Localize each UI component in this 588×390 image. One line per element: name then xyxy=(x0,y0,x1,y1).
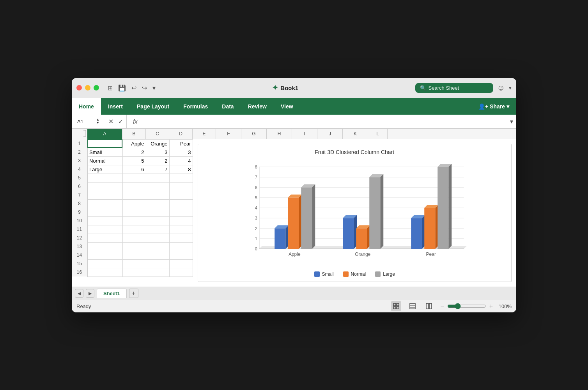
table-cell[interactable] xyxy=(87,208,122,216)
share-button[interactable]: 👤+ Share ▾ xyxy=(471,98,516,115)
table-cell[interactable] xyxy=(146,199,169,208)
table-cell[interactable] xyxy=(87,268,122,277)
dropdown-icon[interactable]: ▾ xyxy=(152,84,156,92)
table-cell[interactable] xyxy=(122,199,146,208)
table-cell[interactable] xyxy=(146,251,169,259)
tab-view[interactable]: View xyxy=(274,98,300,115)
maximize-button[interactable] xyxy=(94,85,99,90)
table-cell[interactable] xyxy=(122,242,146,251)
table-cell[interactable] xyxy=(87,259,122,268)
tab-formulas[interactable]: Formulas xyxy=(176,98,215,115)
table-cell[interactable] xyxy=(87,242,122,251)
table-cell[interactable]: Large xyxy=(87,165,122,174)
table-cell[interactable] xyxy=(169,174,193,182)
table-cell[interactable]: Normal xyxy=(87,156,122,165)
table-cell[interactable] xyxy=(122,251,146,259)
table-cell[interactable] xyxy=(146,174,169,182)
table-cell[interactable] xyxy=(122,191,146,199)
table-cell[interactable] xyxy=(87,191,122,199)
table-cell[interactable] xyxy=(146,216,169,225)
table-cell[interactable] xyxy=(169,234,193,242)
sheet-tab-1[interactable]: Sheet1 xyxy=(97,289,127,298)
col-header-C[interactable]: C xyxy=(146,129,169,139)
table-cell[interactable] xyxy=(122,259,146,268)
col-header-I[interactable]: I xyxy=(292,129,317,139)
table-cell[interactable] xyxy=(87,251,122,259)
profile-dropdown-icon[interactable]: ▾ xyxy=(509,85,512,91)
table-cell[interactable]: 7 xyxy=(146,165,169,174)
layout-icon[interactable]: ⊞ xyxy=(108,84,113,92)
col-header-B[interactable]: B xyxy=(122,129,146,139)
table-cell[interactable]: 3 xyxy=(169,148,193,156)
table-cell[interactable]: Small xyxy=(87,148,122,156)
page-layout-view-button[interactable] xyxy=(407,301,418,311)
minimize-button[interactable] xyxy=(85,85,90,90)
table-cell[interactable]: 4 xyxy=(169,156,193,165)
next-sheet-button[interactable]: ▶ xyxy=(86,289,94,298)
undo-icon[interactable]: ↩ xyxy=(131,84,136,92)
table-cell[interactable] xyxy=(146,259,169,268)
col-header-F[interactable]: F xyxy=(216,129,241,139)
table-cell[interactable] xyxy=(122,268,146,277)
chart-frame[interactable]: Fruit 3D Clustered Column Chart 01234567… xyxy=(198,144,512,282)
tab-page-layout[interactable]: Page Layout xyxy=(130,98,176,115)
close-button[interactable] xyxy=(76,85,82,90)
table-cell[interactable] xyxy=(169,242,193,251)
table-cell[interactable] xyxy=(122,225,146,234)
redo-icon[interactable]: ↪ xyxy=(142,84,147,92)
table-cell[interactable] xyxy=(87,225,122,234)
col-header-D[interactable]: D xyxy=(169,129,193,139)
tab-insert[interactable]: Insert xyxy=(101,98,130,115)
table-cell[interactable] xyxy=(146,182,169,191)
table-cell[interactable] xyxy=(146,191,169,199)
table-cell[interactable]: Apple xyxy=(122,139,146,148)
table-cell[interactable]: 6 xyxy=(122,165,146,174)
search-box[interactable]: 🔍 Search Sheet xyxy=(415,83,493,93)
table-cell[interactable] xyxy=(122,174,146,182)
cell-ref-arrows[interactable]: ▲ ▼ xyxy=(96,118,99,124)
table-cell[interactable] xyxy=(122,216,146,225)
table-cell[interactable] xyxy=(169,199,193,208)
table-cell[interactable]: Orange xyxy=(146,139,169,148)
table-cell[interactable] xyxy=(146,208,169,216)
profile-icon[interactable]: ☺ xyxy=(497,83,505,92)
table-cell[interactable] xyxy=(169,251,193,259)
table-cell[interactable] xyxy=(146,225,169,234)
table-cell[interactable] xyxy=(122,182,146,191)
col-header-J[interactable]: J xyxy=(317,129,343,139)
table-cell[interactable] xyxy=(87,216,122,225)
zoom-minus-button[interactable]: − xyxy=(440,303,444,310)
col-header-G[interactable]: G xyxy=(241,129,267,139)
table-cell[interactable] xyxy=(169,182,193,191)
zoom-slider[interactable] xyxy=(447,303,486,309)
table-cell[interactable] xyxy=(169,216,193,225)
table-cell[interactable]: 5 xyxy=(122,156,146,165)
table-cell[interactable] xyxy=(87,199,122,208)
confirm-formula-button[interactable]: ✓ xyxy=(118,118,123,125)
tab-review[interactable]: Review xyxy=(241,98,274,115)
cancel-formula-button[interactable]: ✕ xyxy=(108,118,113,125)
table-cell[interactable] xyxy=(122,234,146,242)
table-cell[interactable] xyxy=(169,225,193,234)
table-cell[interactable] xyxy=(122,208,146,216)
table-cell[interactable] xyxy=(146,242,169,251)
table-cell[interactable]: Pear xyxy=(169,139,193,148)
table-cell[interactable] xyxy=(169,259,193,268)
table-cell[interactable]: 2 xyxy=(122,148,146,156)
table-cell[interactable] xyxy=(87,139,122,148)
table-cell[interactable] xyxy=(169,191,193,199)
table-cell[interactable] xyxy=(146,268,169,277)
save-icon[interactable]: 💾 xyxy=(118,84,126,92)
table-cell[interactable] xyxy=(169,268,193,277)
tab-home[interactable]: Home xyxy=(72,98,101,115)
table-cell[interactable] xyxy=(87,234,122,242)
col-header-A[interactable]: A xyxy=(87,129,122,139)
table-cell[interactable]: 3 xyxy=(146,148,169,156)
cell-reference-box[interactable]: A1 ▲ ▼ xyxy=(75,115,102,128)
prev-sheet-button[interactable]: ◀ xyxy=(75,289,83,298)
tab-data[interactable]: Data xyxy=(215,98,241,115)
col-header-L[interactable]: L xyxy=(368,129,388,139)
table-cell[interactable]: 8 xyxy=(169,165,193,174)
grid-area[interactable]: 1AppleOrangePear2Small2333Normal5244Larg… xyxy=(72,139,193,287)
col-header-H[interactable]: H xyxy=(267,129,292,139)
